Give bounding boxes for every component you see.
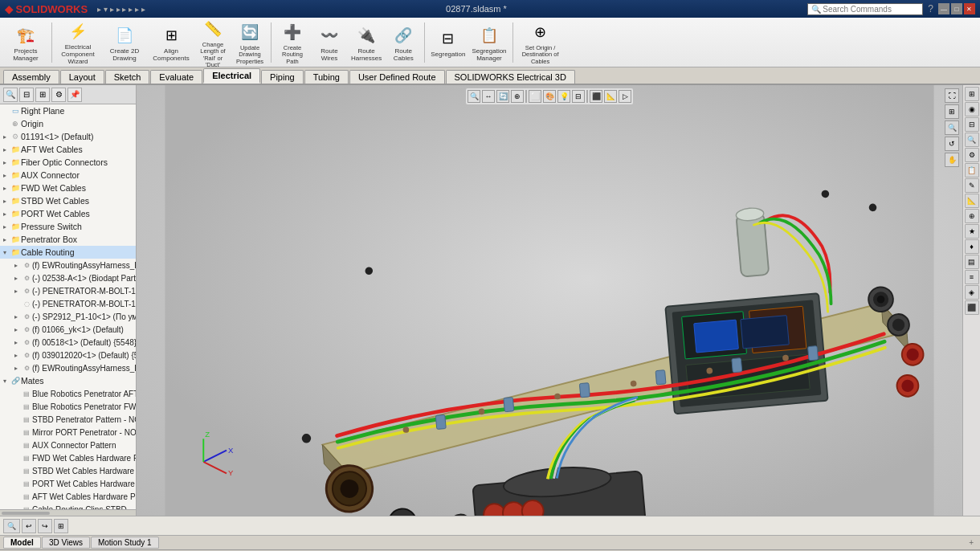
tree-scrollbar[interactable]: [0, 509, 136, 516]
close-button[interactable]: ✕: [964, 3, 975, 14]
viewport-tool-1[interactable]: 🔍: [468, 90, 480, 103]
tree-penetrator-box[interactable]: ▸ 📁 Penetrator Box: [0, 233, 136, 246]
view-tab-model[interactable]: Model: [3, 537, 41, 549]
toolbar-projects-manager[interactable]: 🏗️ Projects Manager: [3, 21, 48, 64]
rt-btn-1[interactable]: ⊞: [965, 87, 979, 101]
toolbar-segregation-manager[interactable]: 📋 SegregationManager: [469, 21, 508, 64]
view-tab-3d-views[interactable]: 3D Views: [42, 537, 90, 549]
toolbar-route-cables[interactable]: 🔗 RouteCables: [386, 21, 421, 64]
help-icon[interactable]: ?: [928, 3, 933, 14]
pin-button[interactable]: 📌: [67, 88, 82, 102]
tree-port-hw-mirror[interactable]: ▤ PORT Wet Cables Hardware Mirror: [11, 477, 136, 490]
tab-sketch[interactable]: Sketch: [105, 70, 150, 84]
viewport-tool-11[interactable]: ▷: [619, 90, 631, 103]
tree-right-plane[interactable]: ▭ Right Plane: [0, 104, 136, 117]
collapse-button[interactable]: ⊟: [19, 88, 34, 102]
toolbar-segregation[interactable]: ⊟ Segregation: [428, 24, 468, 60]
tab-tubing[interactable]: Tubing: [304, 70, 349, 84]
bt-fit[interactable]: ⊞: [54, 519, 68, 533]
toolbar-route-wires[interactable]: 〰️ RouteWires: [312, 21, 347, 64]
tree-penetrator-bolt[interactable]: ▸ ⚙ (-) PENETRATOR-M-BOLT-10-25-A: [11, 284, 136, 297]
tree-penetrator-bolt2[interactable]: ◌ (-) PENETRATOR-M-BOLT-10-25-A: [11, 297, 136, 310]
tree-mates[interactable]: ▾ 🔗 Mates: [0, 374, 136, 387]
tree-stbd-penetrator[interactable]: ▤ STBD Penetrator Pattern - NO WET: [11, 413, 136, 426]
rt-btn-4[interactable]: 🔍: [965, 133, 979, 147]
view-tab-motion-study[interactable]: Motion Study 1: [91, 537, 159, 549]
tab-electrical[interactable]: Electrical: [203, 68, 260, 84]
viewport-tool-8[interactable]: ⊟: [572, 90, 585, 103]
toolbar-create-2d[interactable]: 📄 Create 2D Drawing: [102, 21, 147, 64]
tree-aft-wet-cables[interactable]: ▸ 📁 AFT Wet Cables: [0, 143, 136, 156]
tree-mirror-port[interactable]: ▤ Mirror PORT Penetrator - NO WET: [11, 426, 136, 439]
search-input[interactable]: [823, 5, 919, 14]
rt-btn-8[interactable]: 📐: [965, 194, 979, 208]
rt-btn-7[interactable]: ✎: [965, 178, 979, 193]
toolbar-set-origin[interactable]: ⊕ Set Origin /Destination of Cables: [517, 18, 565, 67]
tab-evaluate[interactable]: Evaluate: [150, 70, 202, 84]
toolbar-create-routing[interactable]: ➕ CreateRoutingPath: [275, 18, 310, 67]
tree-stbd-wet-cables[interactable]: ▸ 📁 STBD Wet Cables: [0, 194, 136, 207]
view-expand-btn[interactable]: ⛶: [945, 88, 959, 103]
bt-redo[interactable]: ↪: [38, 519, 52, 533]
rt-btn-13[interactable]: ≡: [965, 270, 979, 284]
viewport-tool-9[interactable]: ⬛: [590, 90, 602, 103]
tree-01191[interactable]: ▸ ⚙ 01191<1> (Default): [0, 130, 136, 143]
tree-aft-hw-pattern[interactable]: ▤ AFT Wet Cables Hardware Pattern: [11, 490, 136, 503]
tree-sp2912[interactable]: ▸ ⚙ (-) SP2912_P1-10<1> (По умолнач...: [11, 310, 136, 323]
tree-01066[interactable]: ▸ ⚙ (f) 01066_yk<1> (Default): [11, 323, 136, 336]
bt-undo[interactable]: ↩: [22, 519, 36, 533]
tree-port-wet-cables[interactable]: ▸ 📁 PORT Wet Cables: [0, 207, 136, 220]
viewport-tool-3[interactable]: 🔄: [496, 90, 509, 103]
view-rotate-btn[interactable]: ↺: [945, 137, 959, 151]
expand-button[interactable]: ⊞: [35, 88, 50, 102]
rt-btn-5[interactable]: ⚙: [965, 148, 979, 162]
3d-viewport[interactable]: X Y Z 🔍 ↔ 🔄 ⊕ ⬜ 🎨 💡 ⊟ ⬛ 📐 ▷: [137, 85, 962, 516]
tree-ewrouting-h2[interactable]: ▸ ⚙ (f) EWRoutingAssyHarness_H2_357: [11, 259, 136, 271]
tree-cable-routing[interactable]: ▾ 📁 Cable Routing: [0, 246, 136, 259]
tree-blue-robotics-fwd[interactable]: ▤ Blue Robotics Penetrator FWD - NC: [11, 400, 136, 413]
tree-cable-clips-stbd[interactable]: ▤ Cable Routing Clips STBD: [11, 503, 136, 509]
tab-user-defined-route[interactable]: User Defined Route: [349, 70, 445, 84]
filter-button[interactable]: 🔍: [3, 88, 18, 102]
tree-origin[interactable]: ⊕ Origin: [0, 117, 136, 130]
tree-aux-connector[interactable]: ▸ 📁 AUX Connector: [0, 169, 136, 182]
tree-blue-robotics-aft[interactable]: ▤ Blue Robotics Penetrator AFT - NO: [11, 387, 136, 400]
tree-fwd-hw-pattern[interactable]: ▤ FWD Wet Cables Hardware Pattern: [11, 451, 136, 464]
viewport-tool-10[interactable]: 📐: [604, 90, 617, 103]
tree-039012020[interactable]: ▸ ⚙ (f) 039012020<1> (Default) {5781}: [11, 349, 136, 361]
toolbar-align-components[interactable]: ⊞ Align Components: [149, 21, 194, 64]
rt-btn-12[interactable]: ▤: [965, 255, 979, 269]
tree-00518[interactable]: ▸ ⚙ (f) 00518<1> (Default) {5548}: [11, 336, 136, 349]
tab-assembly[interactable]: Assembly: [3, 70, 59, 84]
tree-fwd-wet-cables[interactable]: ▸ 📁 FWD Wet Cables: [0, 182, 136, 194]
feature-tree[interactable]: ▭ Right Plane ⊕ Origin ▸ ⚙ 01191<1> (Def…: [0, 104, 136, 509]
rt-btn-15[interactable]: ⬛: [965, 300, 979, 315]
tab-layout[interactable]: Layout: [60, 70, 104, 84]
view-zoom-btn[interactable]: 🔍: [945, 120, 959, 135]
toolbar-change-length[interactable]: 📏 ChangeLength of'Rail' or'Duct': [195, 14, 231, 70]
rt-btn-11[interactable]: ♦: [965, 239, 979, 254]
viewport-tool-5[interactable]: ⬜: [529, 90, 541, 103]
toolbar-update-properties[interactable]: 🔄 UpdateDrawingProperties: [232, 18, 267, 67]
tree-pressure-switch[interactable]: ▸ 📁 Pressure Switch: [0, 220, 136, 233]
viewport-tool-4[interactable]: ⊕: [511, 90, 524, 103]
rt-btn-2[interactable]: ◉: [965, 102, 979, 116]
maximize-button[interactable]: □: [951, 3, 962, 14]
viewport-tool-7[interactable]: 💡: [557, 90, 570, 103]
tab-solidworks-electrical-3d[interactable]: SOLIDWORKS Electrical 3D: [446, 70, 575, 84]
rt-btn-6[interactable]: 📋: [965, 163, 979, 178]
view-split-btn[interactable]: ⊞: [945, 104, 959, 119]
rt-btn-10[interactable]: ★: [965, 224, 979, 239]
viewport-tool-6[interactable]: 🎨: [543, 90, 556, 103]
tab-piping[interactable]: Piping: [261, 70, 304, 84]
rt-btn-3[interactable]: ⊟: [965, 117, 979, 132]
settings-icon-btn[interactable]: ⚙: [51, 88, 66, 102]
tree-fiber-optic[interactable]: ▸ 📁 Fiber Optic Connectors: [0, 156, 136, 169]
toolbar-route-harnesses[interactable]: 🔌 RouteHarnesses: [349, 21, 384, 64]
viewport-tool-2[interactable]: ↔: [482, 90, 495, 103]
tree-ewrouting-h3[interactable]: ▸ ⚙ (f) EWRoutingAssyHarness_H3{375}: [11, 361, 136, 374]
tree-02538[interactable]: ▸ ⚙ (-) 02538-A<1> (Biodapt Part.ptdc: [11, 271, 136, 284]
tree-stbd-hw-pattern[interactable]: ▤ STBD Wet Cables Hardware Pattern: [11, 464, 136, 477]
search-box[interactable]: 🔍: [807, 3, 923, 15]
minimize-button[interactable]: —: [938, 3, 949, 14]
